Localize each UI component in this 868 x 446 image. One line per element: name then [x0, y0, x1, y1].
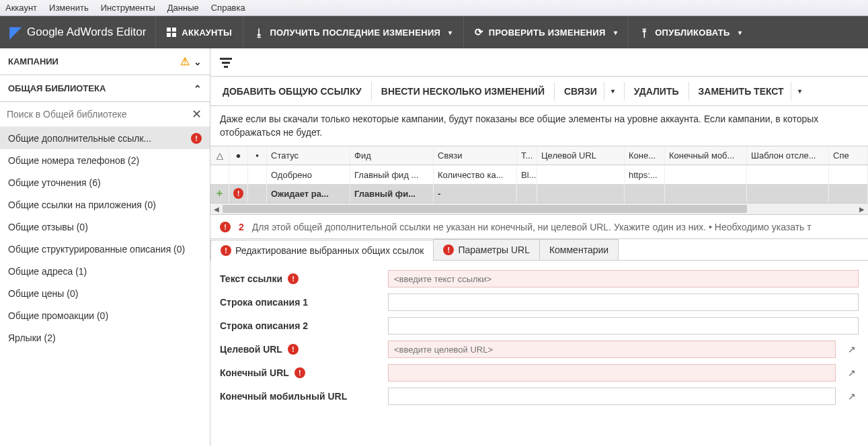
table-cell: - [434, 184, 517, 203]
col-template[interactable]: Шаблон отсле... [747, 146, 829, 165]
replace-text-button[interactable]: ЗАМЕНИТЬ ТЕКСТ▾ [691, 77, 810, 106]
table-cell: + [210, 184, 229, 203]
sidebar-item[interactable]: Общие ссылки на приложения (0) [0, 193, 210, 216]
tab-label: Редактирование выбранных общих ссылок [235, 245, 424, 256]
add-link-button[interactable]: ДОБАВИТЬ ОБЩУЮ ССЫЛКУ [214, 77, 370, 106]
menu-help[interactable]: Справка [211, 3, 245, 13]
chevron-down-icon: ▾ [791, 82, 801, 101]
grid-icon [167, 28, 176, 37]
menu-tools[interactable]: Инструменты [101, 3, 155, 13]
open-link-icon[interactable]: ↗ [845, 343, 859, 356]
col-dest-url[interactable]: Целевой URL [537, 146, 625, 165]
error-message: Для этой общей дополнительной ссылки не … [252, 222, 812, 232]
mobile-url-label: Конечный мобильный URL [220, 391, 381, 402]
scroll-thumb[interactable] [223, 205, 747, 213]
table-row[interactable]: +!Ожидает ра...Главный фи...- [210, 184, 868, 203]
mobile-url-input[interactable] [388, 388, 836, 405]
delete-button[interactable]: УДАЛИТЬ [626, 77, 687, 106]
sidebar-item[interactable]: Общие отзывы (0) [0, 216, 210, 238]
tab[interactable]: Комментарии [539, 239, 619, 260]
error-icon: ! [294, 367, 305, 378]
desc2-input[interactable] [388, 317, 859, 334]
table-cell [829, 165, 868, 184]
sidebar-item-label: Общие цены (0) [8, 288, 78, 299]
col-links[interactable]: Связи [434, 146, 517, 165]
campaigns-header[interactable]: КАМПАНИИ ⚠ ⌄ [0, 48, 210, 75]
sidebar-item-label: Общие дополнительные ссылк... [8, 133, 151, 144]
sidebar-item[interactable]: Общие уточнения (6) [0, 171, 210, 193]
scroll-right-icon[interactable]: ▶ [856, 204, 868, 214]
logo-text: Google AdWords Editor [27, 26, 146, 39]
col-error[interactable]: ● [229, 146, 248, 165]
menu-bar: Аккаунт Изменить Инструменты Данные Спра… [0, 0, 868, 16]
col-status[interactable]: Статус [267, 146, 350, 165]
sidebar-item[interactable]: Общие структурированные описания (0) [0, 238, 210, 260]
clear-search-icon[interactable]: ✕ [189, 107, 204, 122]
sidebar-item[interactable]: Общие промоакции (0) [0, 304, 210, 326]
warning-icon: ⚠ [180, 55, 190, 68]
final-url-input[interactable] [388, 364, 836, 382]
table-cell [625, 184, 665, 203]
error-count: 2 [239, 222, 244, 232]
sidebar-item-label: Общие промоакции (0) [8, 310, 108, 321]
table-cell [537, 165, 625, 184]
check-changes-button[interactable]: ⟳ ПРОВЕРИТЬ ИЗМЕНЕНИЯ ▾ [464, 16, 628, 48]
error-icon: ! [221, 245, 231, 256]
horizontal-scrollbar[interactable]: ◀ ▶ [210, 203, 868, 215]
info-note: Даже если вы скачали только некоторые ка… [210, 106, 868, 146]
col-final[interactable]: Коне... [625, 146, 665, 165]
desc1-label: Строка описания 1 [220, 297, 381, 308]
sidebar-item-label: Общие уточнения (6) [8, 177, 101, 188]
col-t[interactable]: Т... [517, 146, 537, 165]
error-icon: ! [288, 344, 299, 355]
sidebar-item[interactable]: Общие дополнительные ссылк...! [0, 127, 210, 149]
table-cell [747, 184, 829, 203]
final-url-label: Конечный URL! [220, 367, 381, 378]
tab[interactable]: !Параметры URL [433, 239, 540, 260]
publish-button[interactable]: ⭱ ОПУБЛИКОВАТЬ ▾ [629, 16, 752, 48]
sidebar-item-label: Общие ссылки на приложения (0) [8, 199, 156, 210]
tab[interactable]: !Редактирование выбранных общих ссылок [210, 240, 434, 261]
sidebar-item[interactable]: Общие цены (0) [0, 282, 210, 304]
tab-label: Комментарии [549, 244, 608, 255]
link-text-input[interactable] [388, 270, 859, 287]
edit-form: Текст ссылки! Строка описания 1 Строка о… [210, 261, 868, 405]
table-cell [537, 184, 625, 203]
col-comment[interactable]: ▪ [248, 146, 267, 165]
sidebar-item[interactable]: Ярлыки (2) [0, 326, 210, 349]
accounts-button[interactable]: АККАУНТЫ [155, 16, 243, 48]
col-spe[interactable]: Спе [829, 146, 868, 165]
menu-edit[interactable]: Изменить [49, 3, 89, 13]
desc1-input[interactable] [388, 294, 859, 311]
error-icon: ! [233, 188, 243, 199]
table-cell [229, 165, 248, 184]
links-button[interactable]: СВЯЗИ▾ [556, 77, 623, 106]
filter-icon[interactable] [220, 58, 232, 67]
table-cell [665, 184, 747, 203]
error-icon: ! [443, 244, 454, 255]
app-logo: ◤ Google AdWords Editor [0, 23, 155, 42]
menu-data[interactable]: Данные [167, 3, 199, 13]
sidebar-item[interactable]: Общие адреса (1) [0, 260, 210, 282]
menu-account[interactable]: Аккаунт [5, 3, 37, 13]
col-mobile[interactable]: Конечный моб... [665, 146, 747, 165]
library-header[interactable]: ОБЩАЯ БИБЛИОТЕКА ⌃ [0, 75, 210, 102]
get-changes-button[interactable]: ⭳ ПОЛУЧИТЬ ПОСЛЕДНИЕ ИЗМЕНЕНИЯ ▾ [243, 16, 463, 48]
open-link-icon[interactable]: ↗ [845, 390, 859, 403]
error-icon: ! [288, 273, 299, 284]
add-icon: + [216, 187, 223, 199]
sidebar-item-label: Общие номера телефонов (2) [8, 155, 139, 166]
sidebar-item[interactable]: Общие номера телефонов (2) [0, 149, 210, 171]
dest-url-input[interactable] [388, 341, 836, 358]
chevron-up-icon[interactable]: ⌃ [194, 83, 202, 94]
table-row[interactable]: ОдобреноГлавный фид ...Количество ка...B… [210, 165, 868, 184]
col-feed[interactable]: Фид [350, 146, 434, 165]
table-cell: Главный фи... [350, 184, 434, 203]
bulk-edit-button[interactable]: ВНЕСТИ НЕСКОЛЬКО ИЗМЕНЕНИЙ [373, 77, 553, 106]
open-link-icon[interactable]: ↗ [845, 366, 859, 380]
detail-tabs: !Редактирование выбранных общих ссылок!П… [210, 239, 868, 261]
chevron-down-icon[interactable]: ⌄ [194, 56, 202, 67]
scroll-left-icon[interactable]: ◀ [210, 204, 223, 214]
library-search-input[interactable] [5, 105, 189, 124]
col-change[interactable]: △ [210, 146, 229, 165]
